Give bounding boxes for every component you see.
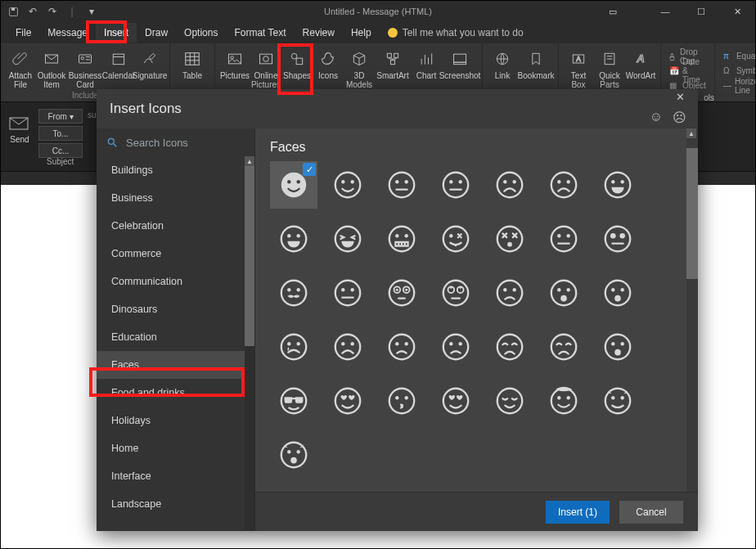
search-input[interactable] [124, 136, 265, 150]
tab-draw[interactable]: Draw [137, 23, 176, 43]
category-food-and-drinks[interactable]: Food and drinks [97, 379, 246, 407]
chart-button[interactable]: Chart [412, 47, 441, 89]
icon-grimace[interactable] [378, 215, 425, 263]
tab-format-text[interactable]: Format Text [226, 23, 294, 43]
search-icons[interactable] [97, 128, 254, 156]
scroll-up-icon[interactable]: ▲ [686, 128, 696, 138]
calendar-button[interactable]: Calendar [104, 47, 133, 89]
icon-roll-eyes[interactable] [432, 269, 479, 317]
online-pictures-button[interactable]: Online Pictures [251, 47, 281, 89]
link-button[interactable]: Link [488, 47, 517, 80]
icon-frown-2[interactable] [324, 323, 371, 371]
pictures-button[interactable]: Pictures [220, 47, 250, 89]
date-time-button[interactable]: 📅Date & Time [666, 64, 709, 78]
horizontal-line-button[interactable]: —Horizontal Line [720, 79, 755, 92]
category-commerce[interactable]: Commerce [97, 240, 246, 268]
category-dinosaurs[interactable]: Dinosaurs [97, 295, 246, 323]
icon-neutral-2[interactable] [324, 269, 371, 317]
redo-icon[interactable]: ↷ [47, 6, 58, 17]
sad-face-icon[interactable]: ☹ [673, 110, 686, 125]
symbol-button[interactable]: ΩSymbol ▾ [720, 64, 755, 78]
category-education[interactable]: Education [97, 323, 246, 351]
text-box-button[interactable]: A Text Box [564, 47, 593, 89]
signature-button[interactable]: Signature [135, 47, 164, 89]
qat-more-icon[interactable]: ▾ [86, 6, 97, 17]
icon-heart-eyes-2[interactable] [432, 377, 479, 425]
category-home[interactable]: Home [97, 434, 246, 462]
icon-heart-eyes[interactable] [324, 377, 371, 425]
icon-worried[interactable] [486, 269, 533, 317]
wordart-button[interactable]: A WordArt [626, 47, 655, 89]
sidebar-scrollbar[interactable]: ▲ [245, 156, 254, 531]
icon-flushed[interactable] [378, 269, 425, 317]
icon-tear[interactable] [270, 323, 317, 371]
scroll-thumb[interactable] [686, 148, 698, 279]
icon-scream[interactable] [594, 323, 641, 371]
icon-wide-eyes[interactable] [594, 215, 641, 263]
category-interface[interactable]: Interface [97, 462, 246, 490]
dialog-close-button[interactable]: ✕ [668, 88, 691, 106]
icon-open-mouth[interactable] [594, 269, 641, 317]
icon-angel[interactable] [540, 377, 587, 425]
close-button[interactable]: ✕ [719, 1, 755, 22]
icon-tired[interactable] [486, 323, 533, 371]
icon-devil[interactable] [594, 377, 641, 425]
category-celebration[interactable]: Celebration [97, 212, 246, 240]
screenshot-button[interactable]: Screenshot [443, 47, 477, 89]
business-card-button[interactable]: Business Card [68, 47, 102, 89]
icon-devil-open[interactable] [270, 431, 317, 479]
category-buildings[interactable]: Buildings [97, 156, 246, 184]
category-landscape[interactable]: Landscape [97, 490, 246, 518]
ribbon-display-options-icon[interactable]: ▭ [595, 1, 631, 22]
undo-icon[interactable]: ↶ [27, 6, 38, 17]
tab-review[interactable]: Review [295, 23, 343, 43]
icon-weary[interactable] [540, 323, 587, 371]
maximize-button[interactable]: ☐ [683, 1, 719, 22]
icon-sad-eyes[interactable] [540, 161, 587, 209]
icon-anguished[interactable] [540, 269, 587, 317]
category-business[interactable]: Business [97, 184, 246, 212]
icon-relieved[interactable] [486, 377, 533, 425]
icon-confused[interactable] [378, 323, 425, 371]
table-button[interactable]: Table [175, 47, 209, 80]
tab-options[interactable]: Options [176, 23, 226, 43]
minimize-button[interactable]: — [647, 1, 683, 22]
send-icon[interactable] [9, 117, 30, 132]
icon-pensive[interactable] [432, 323, 479, 371]
icon-bigsmile[interactable] [594, 161, 641, 209]
icons-button[interactable]: Icons [313, 47, 343, 89]
category-holidays[interactable]: Holidays [97, 407, 246, 434]
icon-neutral-line[interactable] [378, 161, 425, 209]
icon-neutral-side[interactable] [540, 215, 587, 263]
from-button[interactable]: From ▾ [38, 109, 83, 124]
tab-file[interactable]: File [7, 23, 39, 43]
icon-smile[interactable] [324, 161, 371, 209]
icon-kiss[interactable] [378, 377, 425, 425]
3d-models-button[interactable]: 3D Models [344, 47, 374, 89]
bookmark-button[interactable]: Bookmark [519, 47, 553, 80]
category-communication[interactable]: Communication [97, 268, 246, 295]
icon-tongue-wink[interactable] [432, 215, 479, 263]
icon-smile-solid[interactable]: ✓ [270, 161, 317, 209]
icon-sunglasses[interactable] [270, 377, 317, 425]
outlook-item-button[interactable]: Outlook Item [37, 47, 66, 89]
category-faces[interactable]: Faces [97, 351, 246, 379]
scroll-thumb[interactable] [245, 166, 254, 346]
happy-face-icon[interactable]: ☺ [650, 110, 663, 125]
icon-squint-laugh[interactable] [324, 215, 371, 263]
icon-dizzy[interactable] [486, 215, 533, 263]
attach-file-button[interactable]: Attach File [6, 47, 35, 89]
cancel-button[interactable]: Cancel [619, 501, 683, 524]
quick-parts-button[interactable]: Quick Parts [595, 47, 624, 89]
save-icon[interactable] [7, 6, 19, 17]
shapes-button[interactable]: Shapes [282, 47, 312, 89]
icon-neutral[interactable] [432, 161, 479, 209]
smartart-button[interactable]: SmartArt [376, 47, 410, 89]
tell-me-search[interactable]: Tell me what you want to do [388, 27, 524, 38]
icon-grin[interactable] [270, 215, 317, 263]
insert-button[interactable]: Insert (1) [546, 501, 610, 524]
equation-button[interactable]: πEquation ▾ [720, 49, 755, 63]
tab-insert[interactable]: Insert [96, 23, 137, 43]
scroll-up-icon[interactable]: ▲ [245, 156, 254, 166]
icon-frown[interactable] [486, 161, 533, 209]
